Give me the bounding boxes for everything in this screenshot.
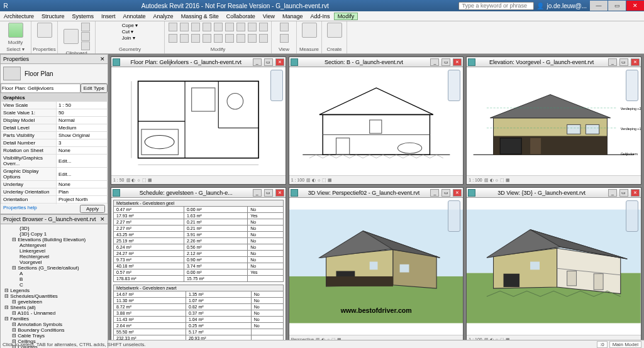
properties-close-icon[interactable]: ✕ xyxy=(100,56,105,62)
close-button[interactable]: ✕ xyxy=(626,1,644,11)
modify-tool-14[interactable] xyxy=(225,34,234,43)
cut-icon[interactable] xyxy=(81,23,90,31)
schedule-cell[interactable]: No xyxy=(251,323,283,329)
modify-tool-2[interactable] xyxy=(191,23,200,31)
modify-tool-17[interactable] xyxy=(259,34,268,43)
schedule-cell[interactable]: 15.75 m² xyxy=(184,276,247,282)
apply-button[interactable]: Apply xyxy=(80,205,105,213)
tree-item[interactable]: ⊟ Elevations (Building Elevation) xyxy=(2,237,106,242)
nav-bar[interactable] xyxy=(448,200,460,232)
tree-item[interactable]: ⊟ Boundary Conditions xyxy=(2,327,106,333)
schedule-cell[interactable]: No xyxy=(248,263,284,269)
properties-icon[interactable] xyxy=(37,23,52,38)
modify-tool-11[interactable] xyxy=(191,34,200,43)
schedule-cell[interactable]: 25.19 m² xyxy=(114,238,184,244)
view-min-button[interactable]: _ xyxy=(253,58,262,66)
menu-collaborate[interactable]: Collaborate xyxy=(223,13,259,19)
schedule-cell[interactable]: 5.17 m² xyxy=(186,329,251,335)
prop-value[interactable]: None xyxy=(56,181,107,188)
tree-item[interactable]: Rechtergevel xyxy=(2,254,106,259)
schedule-cell[interactable]: 0.00 m² xyxy=(184,269,247,276)
schedule-cell[interactable]: 0.37 m² xyxy=(186,310,251,317)
prop-value[interactable]: Normal xyxy=(56,117,107,124)
modify-tool-6[interactable] xyxy=(236,23,245,31)
prop-value[interactable]: Medium xyxy=(56,124,107,132)
prop-value[interactable]: None xyxy=(56,147,107,155)
schedule-cell[interactable]: 232.33 m² xyxy=(114,335,186,340)
schedule-cell[interactable]: 0.90 m² xyxy=(184,257,247,263)
prop-value[interactable]: Plan xyxy=(56,188,107,196)
select-dropdown[interactable]: Select ▾ xyxy=(6,46,24,52)
tree-item[interactable]: A xyxy=(2,271,106,276)
schedule-cell[interactable]: 1.35 m² xyxy=(186,291,251,298)
view-perspective[interactable]: 3D View: Perspectief02 - G_launch-event.… xyxy=(289,187,464,340)
schedule-cell[interactable] xyxy=(251,329,283,335)
tree-item[interactable]: ⊟ Sheets (all) xyxy=(2,305,106,310)
schedule-cell[interactable]: 0.56 m² xyxy=(184,244,247,251)
schedule-cell[interactable]: No xyxy=(248,238,284,244)
browser-close-icon[interactable]: ✕ xyxy=(100,216,105,222)
nav-bar[interactable] xyxy=(626,70,638,101)
schedule-cell[interactable]: 0.47 m² xyxy=(114,207,184,213)
prop-value[interactable]: Project North xyxy=(56,196,107,204)
schedule-cell[interactable]: 14.67 m² xyxy=(114,291,186,298)
instance-selector[interactable] xyxy=(1,84,80,93)
schedule-cell[interactable]: 178.83 m² xyxy=(114,276,184,282)
schedule-cell[interactable]: No xyxy=(251,291,283,298)
menu-structure[interactable]: Structure xyxy=(38,13,69,19)
menu-insert[interactable]: Insert xyxy=(97,13,119,19)
menu-analyze[interactable]: Analyze xyxy=(150,13,177,19)
schedule-cell[interactable]: No xyxy=(248,207,284,213)
tree-item[interactable]: ⊟ Cable Trays xyxy=(2,333,106,339)
schedule-cell[interactable]: No xyxy=(251,304,283,310)
paste-icon[interactable] xyxy=(64,29,79,44)
schedule-cell[interactable]: 0.82 m² xyxy=(186,304,251,310)
prop-value[interactable]: 3 xyxy=(56,139,107,147)
schedule-cell[interactable]: 3.88 m² xyxy=(114,310,186,317)
schedule-cell[interactable]: 2.27 m² xyxy=(114,219,184,226)
view-icon[interactable] xyxy=(280,23,289,31)
create-icon[interactable] xyxy=(327,23,342,38)
tree-item[interactable]: {3D} xyxy=(2,226,106,231)
schedule-cell[interactable] xyxy=(248,276,284,282)
schedule-cell[interactable]: Yes xyxy=(248,269,284,276)
schedule-cell[interactable]: 20.93 m² xyxy=(186,335,251,340)
schedule-cell[interactable]: 6.24 m² xyxy=(114,244,184,251)
tree-item[interactable]: {3D} Copy 1 xyxy=(2,231,106,237)
prop-value[interactable]: 1 : 50 xyxy=(56,102,107,109)
view-elevation[interactable]: Elevation: Voorgevel - G_launch-event.rv… xyxy=(466,57,641,185)
nav-bar[interactable] xyxy=(270,70,283,101)
schedule-cell[interactable]: Yes xyxy=(248,213,284,219)
menu-systems[interactable]: Systems xyxy=(69,13,98,19)
copy-icon[interactable] xyxy=(81,32,90,41)
tree-item[interactable]: ⊟ A101 - Unnamed xyxy=(2,310,106,316)
modify-tool-5[interactable] xyxy=(225,23,234,31)
menu-addins[interactable]: Add-Ins xyxy=(307,13,334,19)
modify-tool-3[interactable] xyxy=(203,23,211,31)
tree-item[interactable]: Achtergevel xyxy=(2,242,106,248)
prop-value[interactable]: Show Original xyxy=(56,132,107,139)
schedule-cell[interactable] xyxy=(251,335,283,340)
cope-button[interactable]: Cope ▾ xyxy=(122,23,138,28)
view-3d[interactable]: 3D View: {3D} - G_launch-event.rvt_▭✕ 1 … xyxy=(466,187,641,340)
tree-item[interactable]: ⊟ gevelsteen xyxy=(2,299,106,305)
prop-value[interactable]: Edit... xyxy=(56,155,107,168)
tree-item[interactable]: ⊟ Schedules/Quantities xyxy=(2,293,106,299)
tree-item[interactable]: ⊟ Legends xyxy=(2,288,106,293)
cut-button[interactable]: Cut ▾ xyxy=(122,29,134,35)
view-close-button[interactable]: ✕ xyxy=(275,58,284,66)
schedule-cell[interactable]: 11.43 m² xyxy=(114,317,186,323)
schedule-cell[interactable]: 3.74 m² xyxy=(184,263,247,269)
schedule-cell[interactable]: 0.25 m² xyxy=(186,323,251,329)
view-floor-plan[interactable]: Floor Plan: Gelijkvloers - G_launch-even… xyxy=(111,57,286,185)
schedule-cell[interactable]: 24.27 m² xyxy=(114,251,184,257)
schedule-cell[interactable]: No xyxy=(248,232,284,238)
schedule-cell[interactable]: 2.26 m² xyxy=(184,238,247,244)
schedule-cell[interactable]: No xyxy=(248,257,284,263)
schedule-cell[interactable]: 8.72 m² xyxy=(114,304,186,310)
menu-modify[interactable]: Modify xyxy=(334,13,358,20)
modify-tool-13[interactable] xyxy=(214,34,223,43)
schedule-cell[interactable]: 17.93 m² xyxy=(114,213,184,219)
menu-annotate[interactable]: Annotate xyxy=(119,13,150,19)
schedule-cell[interactable]: 40.18 m² xyxy=(114,263,184,269)
